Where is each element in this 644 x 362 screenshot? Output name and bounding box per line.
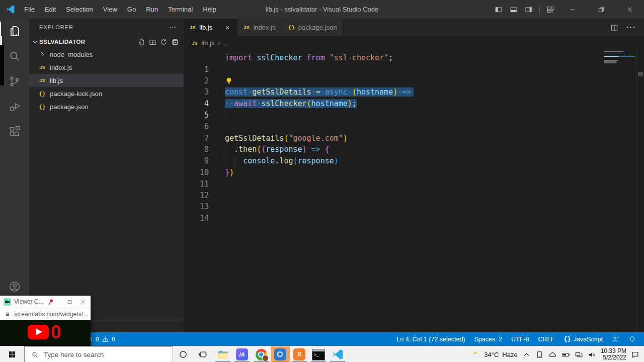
editor-scrollbar[interactable] xyxy=(636,45,644,332)
code-line-9[interactable]: 9 .then((response) => { xyxy=(184,144,604,155)
new-folder-icon[interactable] xyxy=(149,38,156,46)
overlay-maximize-button[interactable] xyxy=(64,299,75,305)
status-language[interactable]: {} JavaScript xyxy=(559,332,607,346)
overlay-title-bar[interactable]: Viewer C... xyxy=(0,296,91,308)
activity-run-debug-button[interactable] xyxy=(0,94,29,119)
taskbar-app-terminal[interactable]: >_ xyxy=(309,346,328,362)
network-icon[interactable] xyxy=(575,350,583,359)
restore-button[interactable] xyxy=(587,0,615,19)
code-line-3[interactable]: 3 xyxy=(184,75,604,87)
scrollbar-thumb[interactable] xyxy=(638,72,643,76)
taskbar-app-streamlabs[interactable] xyxy=(271,346,290,362)
editor-tab-bar: JSlib.js × JSindex.js {}package.json ··· xyxy=(184,19,644,36)
close-tab-icon[interactable]: × xyxy=(224,23,231,32)
taskbar-app-file-explorer[interactable] xyxy=(213,346,232,362)
onedrive-icon[interactable] xyxy=(548,350,557,359)
activity-source-control-button[interactable] xyxy=(0,69,29,94)
volume-icon[interactable] xyxy=(588,350,596,359)
error-count: 0 xyxy=(96,336,99,343)
status-eol[interactable]: CRLF xyxy=(534,332,559,346)
toggle-primary-sidebar-icon[interactable] xyxy=(491,0,506,19)
collapse-all-icon[interactable] xyxy=(171,38,179,46)
device-tray-icon[interactable] xyxy=(535,350,544,359)
code-area[interactable]: 1 import sslChecker from "ssl-checker"; … xyxy=(184,52,604,213)
status-indentation[interactable]: Spaces: 2 xyxy=(470,332,507,346)
menu-view[interactable]: View xyxy=(98,0,122,19)
minimap-line xyxy=(604,56,635,57)
new-file-icon[interactable] xyxy=(138,38,145,46)
file-item-index.js[interactable]: JSindex.js xyxy=(29,61,184,74)
task-view-button[interactable] xyxy=(193,346,213,362)
file-item-lib.js[interactable]: JSlib.js xyxy=(29,74,184,87)
explorer-more-actions-icon[interactable]: ··· xyxy=(170,24,177,30)
taskbar-app-app-a[interactable]: /A xyxy=(232,346,252,362)
lightbulb-icon[interactable] xyxy=(225,77,233,85)
refresh-icon[interactable] xyxy=(160,38,168,46)
pinned-apps: /A X >_ xyxy=(213,346,347,362)
taskbar-clock[interactable]: 10:33 PM 5/2/2022 xyxy=(601,348,626,361)
breadcrumb-file[interactable]: lib.js xyxy=(201,39,214,47)
status-cursor-position[interactable]: Ln 4, Col 1 (72 selected) xyxy=(392,332,469,346)
code-line-11[interactable]: 11 }) xyxy=(184,167,604,178)
minimize-button[interactable] xyxy=(558,0,587,19)
start-button[interactable] xyxy=(0,346,24,362)
code-line-2[interactable]: 2 xyxy=(184,64,604,75)
breadcrumb-symbol[interactable]: ... xyxy=(223,39,229,47)
breadcrumb[interactable]: JS lib.js › ... xyxy=(184,36,644,50)
code-line-10[interactable]: 10 console.log(response) xyxy=(184,155,604,167)
overlay-url[interactable]: streamlabs.com/widgets/... xyxy=(14,311,89,318)
taskbar-app-chrome[interactable] xyxy=(252,346,271,362)
toggle-panel-icon[interactable] xyxy=(506,0,521,19)
minimap[interactable] xyxy=(604,51,635,69)
menu-selection[interactable]: Selection xyxy=(61,0,98,19)
taskbar-search-input[interactable]: Type here to search xyxy=(24,346,173,362)
tab-lib.js[interactable]: JSlib.js × xyxy=(184,19,237,36)
split-editor-icon[interactable] xyxy=(610,24,618,32)
activity-extensions-button[interactable] xyxy=(0,119,29,144)
status-notifications[interactable] xyxy=(624,332,640,346)
menu-terminal[interactable]: Terminal xyxy=(163,0,198,19)
file-item-package-lock.json[interactable]: {}package-lock.json xyxy=(29,87,184,100)
cortana-button[interactable] xyxy=(173,346,193,362)
menu-go[interactable]: Go xyxy=(122,0,141,19)
feedback-icon xyxy=(612,335,619,343)
code-line-4[interactable]: 4 const·getSslDetails·=·async·(hostname)… xyxy=(184,86,604,98)
file-item-node_modules[interactable]: node_modules xyxy=(29,48,184,61)
menu-edit[interactable]: Edit xyxy=(40,0,61,19)
toggle-secondary-sidebar-icon[interactable] xyxy=(521,0,536,19)
activity-explorer-button[interactable] xyxy=(0,19,29,44)
battery-icon[interactable] xyxy=(561,350,570,359)
code-line-8[interactable]: 8 getSslDetails("google.com") xyxy=(184,133,604,144)
menu-help[interactable]: Help xyxy=(198,0,221,19)
menu-run[interactable]: Run xyxy=(141,0,163,19)
explorer-section-header[interactable]: SSLVALIDATOR xyxy=(29,36,184,48)
activity-search-button[interactable] xyxy=(0,44,29,69)
menu-file[interactable]: File xyxy=(19,0,40,19)
code-line-12[interactable]: 12 xyxy=(184,178,604,190)
tab-index.js[interactable]: JSindex.js xyxy=(237,19,282,36)
code-line-7[interactable]: 7 xyxy=(184,121,604,133)
action-center-icon[interactable] xyxy=(631,350,639,359)
overlay-close-button[interactable] xyxy=(78,299,89,305)
editor-more-actions-icon[interactable]: ··· xyxy=(626,23,636,32)
status-feedback[interactable] xyxy=(608,332,623,346)
code-line-5[interactable]: 5 ··await·sslChecker(hostname); xyxy=(184,98,604,110)
activity-bar xyxy=(0,19,29,332)
close-window-button[interactable] xyxy=(615,0,644,19)
code-line-1[interactable]: 1 import sslChecker from "ssl-checker"; xyxy=(184,52,604,64)
code-line-13[interactable]: 13 xyxy=(184,190,604,202)
hidden-icons-chevron[interactable] xyxy=(522,350,531,359)
code-line-6[interactable]: 6 xyxy=(184,110,604,121)
customize-layout-icon[interactable] xyxy=(543,0,558,19)
overlay-address-bar[interactable]: streamlabs.com/widgets/... xyxy=(0,308,91,320)
source-control-icon xyxy=(8,75,21,88)
weather-widget[interactable]: 34°C Haze xyxy=(472,350,517,359)
pin-icon xyxy=(46,298,54,306)
clock-date: 5/2/2022 xyxy=(601,354,626,361)
status-encoding[interactable]: UTF-8 xyxy=(507,332,533,346)
tab-package.json[interactable]: {}package.json xyxy=(282,19,344,36)
taskbar-app-vscode[interactable] xyxy=(328,346,347,362)
file-item-package.json[interactable]: {}package.json xyxy=(29,100,184,113)
code-line-14[interactable]: 14 xyxy=(184,201,604,213)
taskbar-app-xampp[interactable]: X xyxy=(290,346,309,362)
